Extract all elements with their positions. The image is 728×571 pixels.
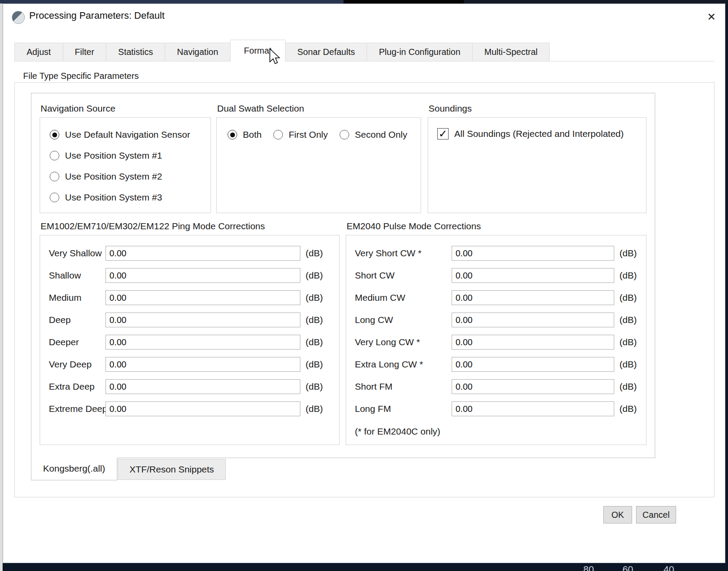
app-icon [12, 11, 25, 24]
db-unit: (dB) [619, 292, 637, 303]
radio-icon[interactable] [228, 130, 237, 139]
db-unit: (dB) [306, 248, 323, 258]
db-unit: (dB) [306, 404, 323, 414]
radio-icon[interactable] [50, 193, 59, 202]
close-icon[interactable]: ✕ [701, 8, 722, 26]
navigation-source-group: Use Default Navigation Sensor Use Positi… [40, 117, 211, 213]
ping-mode-group: Very Shallow (dB) Shallow (dB) Medium (d… [40, 235, 340, 445]
tab-multi-spectral[interactable]: Multi-Spectral [472, 43, 550, 61]
db-unit: (dB) [619, 381, 637, 392]
tab-adjust[interactable]: Adjust [14, 43, 63, 61]
correction-input[interactable] [105, 290, 300, 305]
radio-option[interactable]: Use Position System #1 [50, 149, 190, 162]
correction-label: Medium [40, 292, 105, 303]
soundings-title: Soundings [428, 103, 473, 114]
correction-label: Extreme Deep [40, 404, 105, 414]
radio-label: Both [243, 129, 262, 140]
correction-input[interactable] [452, 335, 614, 350]
radio-icon[interactable] [340, 130, 349, 139]
db-unit: (dB) [619, 248, 637, 258]
radio-option[interactable]: Use Default Navigation Sensor [50, 128, 190, 141]
correction-row: Very Short CW * (dB) [346, 246, 646, 261]
correction-label: Shallow [40, 270, 105, 281]
radio-option[interactable]: Second Only [340, 128, 407, 141]
correction-input[interactable] [452, 357, 614, 372]
soundings-group: ✓ All Soundings (Rejected and Interpolat… [428, 117, 646, 213]
background-axis-number: 40 [663, 564, 674, 571]
correction-row: Extra Long CW * (dB) [346, 357, 646, 372]
tab-statistics[interactable]: Statistics [106, 43, 165, 61]
correction-row: Very Deep (dB) [40, 357, 339, 372]
mouse-cursor [269, 48, 282, 66]
correction-input[interactable] [452, 313, 614, 327]
checkbox-icon[interactable]: ✓ [437, 128, 449, 139]
db-unit: (dB) [306, 315, 323, 325]
db-unit: (dB) [306, 381, 323, 392]
correction-label: Extra Deep [40, 381, 105, 392]
correction-input[interactable] [452, 290, 614, 305]
pulse-mode-title: EM2040 Pulse Mode Corrections [346, 221, 482, 231]
radio-icon[interactable] [50, 130, 59, 139]
correction-input[interactable] [105, 313, 300, 327]
db-unit: (dB) [306, 292, 323, 303]
file-tab-xtf-reson[interactable]: XTF/Reson Snippets [118, 459, 226, 480]
correction-label: Long CW [346, 315, 452, 325]
correction-input[interactable] [105, 246, 300, 261]
correction-input[interactable] [452, 246, 614, 261]
db-unit: (dB) [619, 270, 637, 281]
radio-option[interactable]: Use Position System #3 [50, 191, 190, 204]
correction-input[interactable] [105, 357, 300, 372]
dual-swath-group: Both First Only Second Only [216, 117, 421, 213]
radio-label: First Only [289, 129, 328, 140]
radio-label: Use Default Navigation Sensor [65, 129, 190, 140]
ping-mode-title: EM1002/EM710/EM302/EM122 Ping Mode Corre… [40, 221, 266, 231]
radio-option[interactable]: Use Position System #2 [50, 170, 190, 183]
pulse-mode-group: Very Short CW * (dB) Short CW (dB) Mediu… [346, 235, 646, 445]
correction-input[interactable] [452, 268, 614, 283]
radio-label: Use Position System #2 [65, 171, 162, 182]
correction-row: Deeper (dB) [40, 335, 339, 350]
correction-input[interactable] [452, 379, 614, 394]
checkbox-label: All Soundings (Rejected and Interpolated… [454, 129, 624, 139]
correction-row: Shallow (dB) [40, 268, 339, 283]
correction-label: Deep [40, 315, 105, 325]
radio-label: Use Position System #1 [65, 150, 162, 161]
correction-row: Medium (dB) [40, 290, 339, 305]
tab-filter[interactable]: Filter [63, 43, 106, 61]
correction-row: Short FM (dB) [346, 379, 646, 394]
tab-plugin-configuration[interactable]: Plug-in Configuration [367, 43, 473, 61]
db-unit: (dB) [306, 359, 323, 370]
processing-parameters-dialog: Processing Parameters: Default ✕ Adjust … [3, 3, 725, 563]
db-unit: (dB) [306, 337, 323, 347]
background-axis-number: 60 [623, 564, 633, 571]
db-unit: (dB) [619, 315, 637, 325]
correction-input[interactable] [452, 401, 614, 416]
correction-label: Short FM [346, 381, 452, 392]
correction-label: Deeper [40, 337, 105, 347]
radio-option[interactable]: Both [228, 128, 262, 141]
db-unit: (dB) [619, 337, 637, 347]
correction-row: Long FM (dB) [346, 401, 646, 416]
cancel-button[interactable]: Cancel [636, 506, 676, 523]
radio-icon[interactable] [50, 172, 59, 181]
correction-label: Very Short CW * [346, 248, 452, 258]
title-bar[interactable]: Processing Parameters: Default ✕ [3, 4, 725, 30]
checkbox-option[interactable]: ✓ All Soundings (Rejected and Interpolat… [437, 128, 624, 139]
tab-sonar-defaults[interactable]: Sonar Defaults [285, 43, 367, 61]
correction-input[interactable] [105, 379, 300, 394]
radio-icon[interactable] [50, 151, 59, 160]
correction-row: Extreme Deep (dB) [40, 401, 339, 416]
radio-option[interactable]: First Only [273, 128, 328, 141]
correction-label: Very Long CW * [346, 337, 452, 347]
correction-row: Medium CW (dB) [346, 290, 646, 305]
navigation-source-title: Navigation Source [40, 103, 116, 114]
screen: 80 60 40 Processing Parameters: Default … [0, 0, 728, 571]
tab-navigation[interactable]: Navigation [165, 43, 231, 61]
file-tab-kongsberg[interactable]: Kongsberg(.all) [31, 458, 117, 480]
correction-input[interactable] [105, 401, 300, 416]
radio-icon[interactable] [273, 130, 283, 139]
correction-input[interactable] [105, 268, 300, 283]
ok-button[interactable]: OK [603, 506, 632, 523]
correction-input[interactable] [105, 335, 300, 350]
tab-bar: Adjust Filter Statistics Navigation Form… [14, 40, 550, 61]
